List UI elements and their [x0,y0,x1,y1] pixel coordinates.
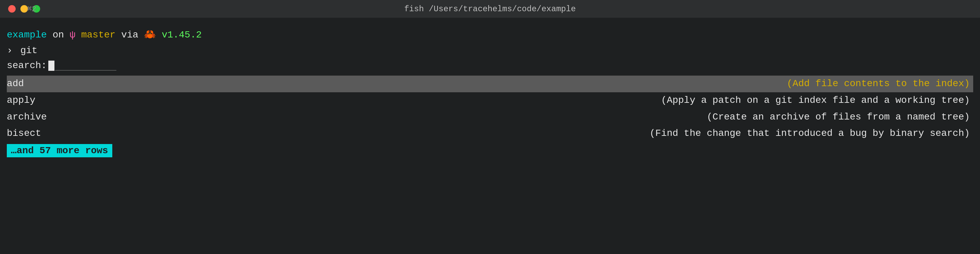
directory-name: example [7,30,47,40]
completion-desc-bisect: (Find the change that introduced a bug b… [75,126,973,141]
terminal-content: example on ψ master via 🦀 v1.45.2 › git … [0,18,980,254]
completion-cmd-add: add [7,76,75,92]
version-text: v1.45.2 [162,30,202,40]
completion-row-archive[interactable]: archive (Create an archive of files from… [7,109,973,126]
minimize-button[interactable] [21,5,28,13]
keyboard-shortcut: ⌘2 [27,5,36,14]
close-button[interactable] [8,5,16,13]
on-label: on [52,30,69,40]
window-title: fish /Users/tracehelms/code/example [404,5,576,14]
completion-cmd-archive: archive [7,110,75,125]
search-label: search: [7,59,47,73]
more-rows-container: …and 57 more rows [7,142,973,157]
branch-name-text: master [81,30,115,40]
search-line: search: [7,59,973,73]
search-underline [55,61,116,70]
completion-row-add[interactable]: add (Add file contents to the index) [7,75,973,92]
title-bar: ⌘2 fish /Users/tracehelms/code/example [0,0,980,18]
more-rows-badge: …and 57 more rows [7,144,112,157]
completion-row-bisect[interactable]: bisect (Find the change that introduced … [7,125,973,142]
git-command: git [21,45,37,56]
completion-cmd-apply: apply [7,93,75,108]
crab-emoji: 🦀 [144,30,156,40]
completion-table: add (Add file contents to the index) app… [7,75,973,142]
search-cursor [48,61,54,71]
completion-desc-archive: (Create an archive of files from a named… [75,110,973,125]
via-label: via [121,30,144,40]
chevron-icon: › [7,45,13,56]
terminal-window: ⌘2 fish /Users/tracehelms/code/example e… [0,0,980,254]
completion-desc-apply: (Apply a patch on a git index file and a… [75,93,973,108]
git-command-line: › git [7,43,973,58]
completion-row-apply[interactable]: apply (Apply a patch on a git index file… [7,92,973,109]
completion-desc-add: (Add file contents to the index) [75,76,973,92]
prompt-line: example on ψ master via 🦀 v1.45.2 [7,28,973,42]
completion-cmd-bisect: bisect [7,126,75,141]
branch-icon: ψ [70,30,76,40]
